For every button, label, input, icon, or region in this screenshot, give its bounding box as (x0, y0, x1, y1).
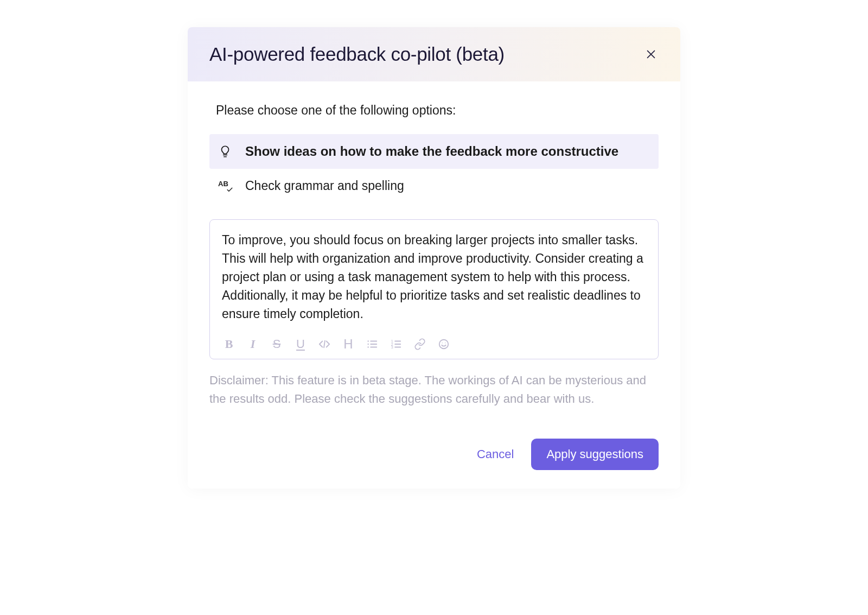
option-constructive-ideas[interactable]: Show ideas on how to make the feedback m… (209, 134, 659, 169)
options-list: Show ideas on how to make the feedback m… (209, 134, 659, 203)
underline-button[interactable]: U (293, 337, 308, 351)
option-grammar-spelling[interactable]: AB Check grammar and spelling (209, 169, 659, 203)
ordered-list-button[interactable]: 1 2 3 (389, 337, 403, 351)
modal-footer: Cancel Apply suggestions (188, 439, 680, 489)
italic-button[interactable]: I (246, 337, 260, 351)
svg-point-6 (367, 340, 368, 341)
svg-point-16 (442, 343, 443, 343)
ordered-list-icon: 1 2 3 (390, 338, 402, 350)
option-label: Show ideas on how to make the feedback m… (245, 144, 618, 159)
editor-content[interactable]: To improve, you should focus on breaking… (222, 231, 646, 323)
disclaimer-text: Disclaimer: This feature is in beta stag… (209, 371, 659, 408)
strikethrough-button[interactable]: S (270, 337, 284, 351)
link-icon (414, 338, 426, 350)
spellcheck-icon: AB (218, 179, 232, 193)
option-label: Check grammar and spelling (245, 179, 404, 193)
svg-point-8 (367, 346, 368, 347)
svg-point-7 (367, 344, 368, 345)
modal-header: AI-powered feedback co-pilot (beta) (188, 27, 680, 81)
apply-suggestions-button[interactable]: Apply suggestions (531, 439, 659, 470)
svg-line-2 (324, 341, 325, 348)
editor-box[interactable]: To improve, you should focus on breaking… (209, 219, 659, 359)
modal-title: AI-powered feedback co-pilot (beta) (209, 43, 505, 65)
svg-point-15 (439, 340, 449, 349)
svg-text:3: 3 (391, 345, 393, 350)
prompt-text: Please choose one of the following optio… (209, 103, 659, 118)
code-button[interactable] (317, 337, 331, 351)
emoji-button[interactable] (437, 337, 451, 351)
emoji-icon (438, 338, 450, 350)
editor-toolbar: B I S U H (222, 337, 646, 351)
bullet-list-button[interactable] (365, 337, 379, 351)
link-button[interactable] (413, 337, 427, 351)
cancel-button[interactable]: Cancel (477, 447, 514, 461)
bullet-list-icon (366, 338, 378, 350)
feedback-copilot-modal: AI-powered feedback co-pilot (beta) Plea… (188, 27, 680, 489)
code-icon (318, 338, 330, 350)
lightbulb-icon (218, 144, 232, 158)
heading-button[interactable]: H (341, 337, 355, 351)
close-button[interactable] (643, 47, 659, 62)
bold-button[interactable]: B (222, 337, 236, 351)
close-icon (645, 48, 657, 60)
svg-point-17 (445, 343, 445, 343)
modal-body: Please choose one of the following optio… (188, 81, 680, 439)
